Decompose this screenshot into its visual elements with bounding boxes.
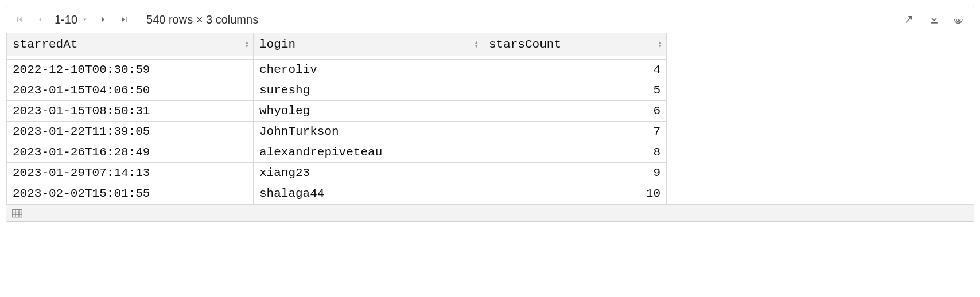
table-cell-starsCount: 10	[483, 183, 667, 204]
page-range-dropdown[interactable]: 1-10	[55, 13, 89, 26]
first-page-button[interactable]	[13, 13, 26, 26]
next-page-button[interactable]	[97, 13, 110, 26]
sort-icon: ▲▼	[659, 41, 662, 48]
sort-icon: ▲▼	[246, 41, 248, 48]
data-table: starredAt ▲▼ login ▲▼ starsCount ▲▼ 2022…	[6, 33, 667, 204]
chevron-right-icon	[99, 15, 108, 24]
table-cell-starsCount: 8	[483, 142, 667, 163]
table-cell-login: whyoleg	[254, 101, 483, 122]
table-toolbar: 1-10 540 rows × 3 columns	[6, 6, 974, 33]
column-header-starredAt[interactable]: starredAt ▲▼	[7, 33, 254, 56]
table-cell-starredAt: 2023-01-26T16:28:49	[7, 142, 254, 163]
table-summary: 540 rows × 3 columns	[146, 13, 258, 26]
table-row[interactable]: 2023-01-26T16:28:49alexandrepiveteau8	[7, 142, 667, 163]
page-range-label: 1-10	[55, 13, 77, 26]
table-cell-login: sureshg	[254, 80, 483, 101]
last-page-button[interactable]	[118, 13, 130, 26]
table-row[interactable]: 2023-02-02T15:01:55shalaga4410	[7, 183, 667, 204]
grid-icon	[12, 209, 22, 218]
first-page-icon	[14, 14, 25, 25]
download-button[interactable]	[927, 12, 942, 27]
table-cell-starredAt: 2022-12-10T00:30:59	[7, 60, 254, 80]
open-external-button[interactable]	[901, 12, 916, 27]
svg-rect-0	[13, 209, 22, 217]
column-label: login	[259, 38, 295, 51]
column-label: starredAt	[13, 38, 77, 51]
table-cell-login: alexandrepiveteau	[254, 142, 483, 163]
column-header-login[interactable]: login ▲▼	[254, 33, 483, 56]
table-cell-starsCount: 6	[483, 101, 667, 122]
table-cell-starredAt: 2023-01-15T04:06:50	[7, 80, 254, 101]
table-cell-starredAt: 2023-01-29T07:14:13	[7, 163, 254, 183]
last-page-icon	[119, 14, 129, 25]
data-table-panel: 1-10 540 rows × 3 columns	[6, 6, 974, 222]
table-header-row: starredAt ▲▼ login ▲▼ starsCount ▲▼	[7, 33, 667, 56]
table-cell-starredAt: 2023-02-02T15:01:55	[7, 183, 254, 204]
table-row[interactable]: 2023-01-15T08:50:31whyoleg6	[7, 101, 667, 122]
table-cell-starsCount: 7	[483, 122, 667, 142]
table-row[interactable]: 2023-01-22T11:39:05JohnTurkson7	[7, 122, 667, 142]
column-label: starsCount	[489, 38, 561, 51]
table-cell-starsCount: 5	[483, 80, 667, 101]
table-cell-starsCount: 9	[483, 163, 667, 183]
table-row[interactable]: 2023-01-15T04:06:50sureshg5	[7, 80, 667, 101]
table-row[interactable]: 2022-12-10T00:30:59cheroliv4	[7, 60, 667, 80]
table-footer	[6, 204, 974, 221]
table-cell-login: xiang23	[254, 163, 483, 183]
chevron-left-icon	[36, 15, 45, 24]
column-header-starsCount[interactable]: starsCount ▲▼	[483, 33, 667, 56]
table-cell-login: JohnTurkson	[254, 122, 483, 142]
table-row[interactable]: 2023-01-29T07:14:13xiang239	[7, 163, 667, 183]
table-cell-login: shalaga44	[254, 183, 483, 204]
table-cell-starsCount: 4	[483, 60, 667, 80]
table-cell-starredAt: 2023-01-15T08:50:31	[7, 101, 254, 122]
prev-page-button[interactable]	[34, 13, 46, 26]
table-cell-login: cheroliv	[254, 60, 483, 80]
chevron-down-icon	[81, 13, 89, 26]
download-icon	[928, 14, 940, 25]
table-view-button[interactable]	[12, 209, 22, 218]
spiral-icon	[954, 14, 965, 25]
table-scroll-region[interactable]: starredAt ▲▼ login ▲▼ starsCount ▲▼ 2022…	[6, 33, 974, 204]
refresh-button[interactable]	[952, 12, 967, 27]
sort-icon: ▲▼	[475, 41, 478, 48]
table-cell-starredAt: 2023-01-22T11:39:05	[7, 122, 254, 142]
open-external-icon	[904, 14, 914, 25]
